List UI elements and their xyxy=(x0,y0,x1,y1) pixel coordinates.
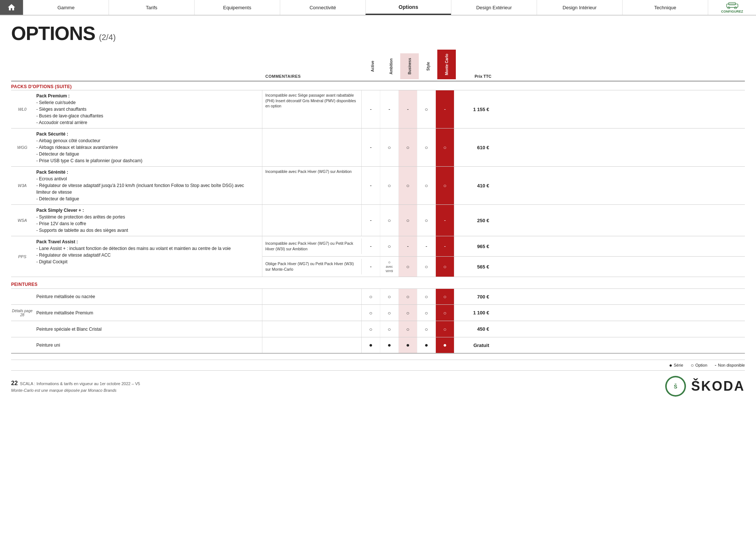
row-desc-peinture1: Peinture métallisée ou nacrée xyxy=(33,289,262,304)
cell-style: ○ xyxy=(417,167,436,204)
row-code-pps: PPS xyxy=(11,236,33,277)
footer-page-num: 22 SCALA : Informations & tarifs en vigu… xyxy=(11,380,140,387)
cell-active: ○ xyxy=(362,321,380,337)
pack-name: Pack Travel Assist : xyxy=(36,239,78,244)
cell-monte-carlo: ○ xyxy=(436,289,454,304)
cell-ambition: ○ xyxy=(380,236,399,256)
cell-style: ○ xyxy=(417,321,436,337)
row-desc-peinture2: Peinture métallisée Premium xyxy=(33,305,262,321)
cell-style: ○ xyxy=(417,90,436,128)
cell-business: ○ xyxy=(399,129,417,166)
row-description: Pack Sérénité : - Ecrous antivol - Régul… xyxy=(33,167,262,204)
cell-business: ○ xyxy=(399,205,417,236)
col-style: Style xyxy=(419,53,437,79)
row-comment-pps2: Oblige Pack Hiver (WG7) ou Petit Pack Hi… xyxy=(262,259,362,274)
footer-note: Monte-Carlo est une marque déposée par M… xyxy=(11,387,140,393)
header-comments: COMMENTAIRES xyxy=(263,74,363,79)
cell-monte-carlo: - xyxy=(436,205,454,236)
row-comment: Incompatible avec Pack Hiver (WG7) sur A… xyxy=(262,167,362,204)
cell-active: ○ xyxy=(362,289,380,304)
row-comment xyxy=(262,321,362,337)
row-desc-peinture3: Peinture spéciale et Blanc Cristal xyxy=(33,321,262,337)
row-prix: 610 € xyxy=(454,129,491,166)
cell-business: - xyxy=(399,90,417,128)
row-prix: Gratuit xyxy=(454,337,491,353)
pack-name: Pack Simply Clever + : xyxy=(36,208,84,213)
page-title: OPTIONS xyxy=(11,22,95,44)
table-row: WL0 Pack Premium : - Sellerie cuir/suède… xyxy=(11,90,745,129)
row-code xyxy=(11,321,33,337)
col-ambition: Ambition xyxy=(382,53,400,79)
cell-monte-carlo: - xyxy=(436,90,454,128)
cell-monte-carlo: ○ xyxy=(436,257,454,277)
cell-style: ● xyxy=(417,337,436,353)
pack-name: Pack Sérénité : xyxy=(36,170,68,175)
section-packs-header: PACKS D'OPTIONS (suite) xyxy=(11,81,745,90)
cell-ambition: - xyxy=(380,90,399,128)
cell-active: ● xyxy=(362,337,380,353)
page-title-area: OPTIONS (2/4) xyxy=(11,22,745,44)
car-icon xyxy=(724,1,741,9)
row-prix: 565 € xyxy=(454,264,491,270)
row-code: WL0 xyxy=(11,90,33,128)
nav-item-tarifs[interactable]: Tarifs xyxy=(109,0,194,15)
row-code: WSA xyxy=(11,205,33,236)
row-prix: 1 100 € xyxy=(454,305,491,321)
row-code-peintures xyxy=(11,289,33,304)
cell-ambition: ○ xyxy=(380,129,399,166)
row-prix: 700 € xyxy=(454,289,491,304)
pack-name: Pack Premium : xyxy=(36,93,70,99)
section-label: PACKS D'OPTIONS (suite) xyxy=(11,84,72,89)
row-prix: 965 € xyxy=(454,244,491,249)
table-row: WGG Pack Sécurité : - Airbag genoux côté… xyxy=(11,129,745,167)
cell-ambition: ○ avec WH9 xyxy=(380,257,399,277)
table-row: Détails page 28 Peinture métallisée Prem… xyxy=(11,305,745,321)
svg-text:Š: Š xyxy=(674,383,677,390)
cell-style: ○ xyxy=(417,129,436,166)
col-business: Business xyxy=(400,53,419,79)
row-prix: 410 € xyxy=(454,167,491,204)
nav-item-gamme[interactable]: Gamme xyxy=(23,0,109,15)
skoda-brand-text: ŠKODA xyxy=(691,378,745,394)
cell-business: ○ xyxy=(399,167,417,204)
nav-item-connectivite[interactable]: Connectivité xyxy=(280,0,365,15)
nav-item-design-int[interactable]: Design Intérieur xyxy=(537,0,622,15)
cell-business: ● xyxy=(399,337,417,353)
col-monte-carlo: Monte Carlo xyxy=(437,50,456,79)
skoda-emblem: Š xyxy=(664,375,687,397)
row-comment xyxy=(262,289,362,304)
cell-ambition: ○ xyxy=(380,305,399,321)
legend-row: ● Série ○ Option - Non disponible xyxy=(11,360,745,371)
page-subtitle: (2/4) xyxy=(99,33,116,42)
cell-ambition: ○ xyxy=(380,167,399,204)
nav-item-options[interactable]: Options xyxy=(365,0,451,15)
nav-item-equipements[interactable]: Equipements xyxy=(194,0,280,15)
pps-subrow-1: Incompatible avec Pack Hiver (WG7) ou Pe… xyxy=(262,236,745,257)
cell-monte-carlo: - xyxy=(436,236,454,256)
cell-active: - xyxy=(362,236,380,256)
table-row: Peinture spéciale et Blanc Cristal ○ ○ ○… xyxy=(11,321,745,337)
table-row: W3A Pack Sérénité : - Ecrous antivol - R… xyxy=(11,167,745,205)
home-icon xyxy=(7,3,16,12)
configurez-button[interactable]: CONFIGUREZ xyxy=(708,0,756,15)
legend-option: ○ Option xyxy=(691,362,707,368)
col-active: Active xyxy=(363,53,382,79)
nav-item-technique[interactable]: Technique xyxy=(622,0,708,15)
pack-name: Pack Sécurité : xyxy=(36,131,68,137)
row-description: Pack Sécurité : - Airbag genoux côté con… xyxy=(33,129,262,166)
row-code: WGG xyxy=(11,129,33,166)
row-comment xyxy=(262,129,362,166)
row-code: W3A xyxy=(11,167,33,204)
legend-serie: ● Série xyxy=(669,362,683,368)
row-description: Pack Simply Clever + : - Système de prot… xyxy=(33,205,262,236)
nav-home[interactable] xyxy=(0,0,23,15)
cell-active: ○ xyxy=(362,305,380,321)
row-comment-pps1: Incompatible avec Pack Hiver (WG7) ou Pe… xyxy=(262,238,362,254)
row-desc-peinture4: Peinture uni xyxy=(33,337,262,353)
footer-bottom-bar: 22 SCALA : Informations & tarifs en vigu… xyxy=(11,373,745,397)
pps-subrow-2: Oblige Pack Hiver (WG7) ou Petit Pack Hi… xyxy=(262,257,745,277)
nav-item-design-ext[interactable]: Design Extérieur xyxy=(451,0,537,15)
row-description-pps: Pack Travel Assist : - Lane Assist + : i… xyxy=(33,236,262,277)
section-peintures-header: PEINTURES xyxy=(11,278,745,288)
top-nav: Gamme Tarifs Equipements Connectivité Op… xyxy=(0,0,756,16)
